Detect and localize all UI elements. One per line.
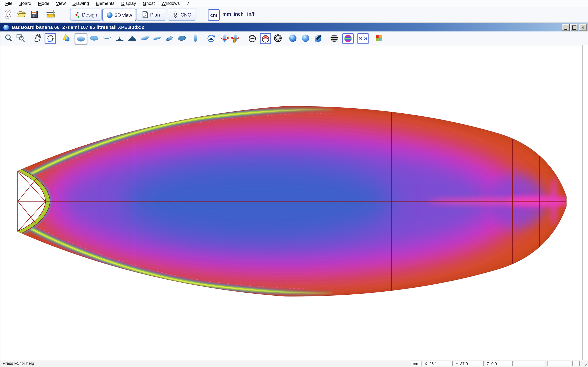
symmetry-s-left: S — [359, 35, 362, 42]
cnc-label: CNC — [181, 12, 191, 17]
resize-grip[interactable] — [582, 361, 588, 367]
view-rocker-icon[interactable] — [102, 33, 112, 43]
ruler-icon[interactable] — [45, 9, 56, 19]
rotate-horizontal-left-icon[interactable] — [219, 33, 230, 43]
render-stripes-icon[interactable] — [329, 33, 339, 43]
status-help-text: Press F1 for help — [3, 361, 34, 366]
plan-label: Plan — [150, 12, 160, 17]
menu-bar: File Board Mode View Drawing Elements Di… — [0, 0, 588, 7]
design-icon — [75, 11, 80, 18]
board-render — [0, 45, 583, 360]
main-toolbar: Design 3D view Plan CNC cm mm inch in/f — [0, 7, 588, 22]
view-bottom-icon[interactable] — [89, 33, 99, 43]
menu-display[interactable]: Display — [118, 0, 139, 6]
status-bar: Press F1 for help cm X: 25.1 Y: 37.9 Z: … — [0, 360, 588, 367]
open-folder-icon[interactable] — [16, 9, 26, 19]
save-icon[interactable] — [29, 9, 39, 19]
status-y-coordinate: Y: 37.9 — [454, 361, 484, 366]
rotate-vertical-icon[interactable] — [206, 33, 216, 43]
status-field-empty — [514, 361, 546, 366]
3d-view-icon — [106, 12, 113, 18]
status-z-coordinate: Z: 0.0 — [485, 361, 513, 366]
symmetry-axis — [363, 35, 363, 42]
mesh-sphere-icon[interactable] — [273, 33, 283, 43]
minimize-button[interactable] — [562, 24, 570, 31]
maximize-button[interactable] — [571, 24, 579, 31]
zoom-icon[interactable] — [3, 33, 14, 43]
pan-hand-icon[interactable] — [33, 33, 43, 43]
maximize-icon — [572, 25, 576, 30]
status-x-coordinate: X: 25.1 — [423, 361, 453, 366]
symmetry-icon[interactable]: SS — [357, 33, 369, 44]
board-3d-viewport[interactable] — [0, 45, 588, 360]
close-button[interactable]: × — [579, 24, 587, 31]
pointer-hand-icon[interactable] — [3, 9, 13, 19]
cnc-icon — [173, 11, 179, 18]
menu-help[interactable]: ? — [183, 0, 192, 6]
menu-windows[interactable]: Windows — [158, 0, 183, 6]
unit-inch[interactable]: inch — [233, 11, 243, 17]
menu-file[interactable]: File — [2, 0, 16, 6]
unit-mm[interactable]: mm — [222, 11, 231, 17]
document-sphere-icon — [3, 25, 9, 30]
rotate-horizontal-right-icon[interactable] — [230, 33, 240, 43]
symmetry-s-right: S — [364, 35, 367, 42]
menu-board[interactable]: Board — [16, 0, 35, 6]
render-smooth-icon[interactable] — [300, 33, 311, 43]
design-mode-button[interactable]: Design — [70, 8, 102, 21]
close-icon: × — [581, 26, 584, 29]
rotate-3d-icon[interactable] — [45, 33, 56, 44]
view-three-quarter-2-icon[interactable] — [177, 33, 187, 43]
view-toolbar: SS — [0, 31, 588, 45]
menu-elements[interactable]: Elements — [92, 0, 118, 6]
menu-mode[interactable]: Mode — [35, 0, 53, 6]
menu-drawing[interactable]: Drawing — [69, 0, 92, 6]
menu-view[interactable]: View — [53, 0, 69, 6]
unit-cm-label: cm — [210, 12, 217, 18]
view-three-quarter-1-icon[interactable] — [164, 33, 174, 43]
window-title: BadBoard banana 68 27demi 167 85 litres … — [12, 25, 144, 30]
minimize-icon — [564, 29, 567, 30]
color-tiles-icon[interactable] — [374, 33, 384, 43]
view-tail-icon[interactable] — [127, 33, 138, 43]
render-marker-icon[interactable] — [313, 33, 324, 43]
status-field-empty — [547, 361, 571, 366]
status-field-empty — [572, 361, 580, 366]
zoom-window-icon[interactable] — [15, 33, 26, 43]
view-perspective-1-icon[interactable] — [140, 33, 150, 43]
render-solid-icon[interactable] — [288, 33, 298, 43]
view-front-icon[interactable] — [190, 33, 200, 43]
plan-mode-button[interactable]: Plan — [136, 8, 166, 21]
view-nose-icon[interactable] — [114, 33, 125, 43]
unit-cm-button[interactable]: cm — [208, 9, 220, 21]
menu-ghost[interactable]: Ghost — [139, 0, 158, 6]
3d-view-label: 3D view — [115, 12, 132, 18]
cnc-mode-button[interactable]: CNC — [168, 8, 196, 21]
render-curvature-icon[interactable] — [342, 33, 354, 44]
render-light-icon[interactable] — [61, 33, 71, 43]
application-window: File Board Mode View Drawing Elements Di… — [0, 0, 588, 367]
wireframe-sphere-icon[interactable] — [247, 33, 258, 43]
design-label: Design — [82, 12, 97, 17]
plan-icon — [142, 11, 148, 18]
unit-inf[interactable]: in/f — [247, 11, 254, 17]
title-bar: BadBoard banana 68 27demi 167 85 litres … — [0, 22, 588, 32]
view-perspective-2-icon[interactable] — [152, 33, 162, 43]
view-top-icon[interactable] — [75, 33, 87, 45]
3d-view-mode-button[interactable]: 3D view — [102, 8, 136, 21]
wireframe-sphere-active-icon[interactable] — [260, 33, 271, 44]
status-unit: cm — [411, 361, 421, 366]
